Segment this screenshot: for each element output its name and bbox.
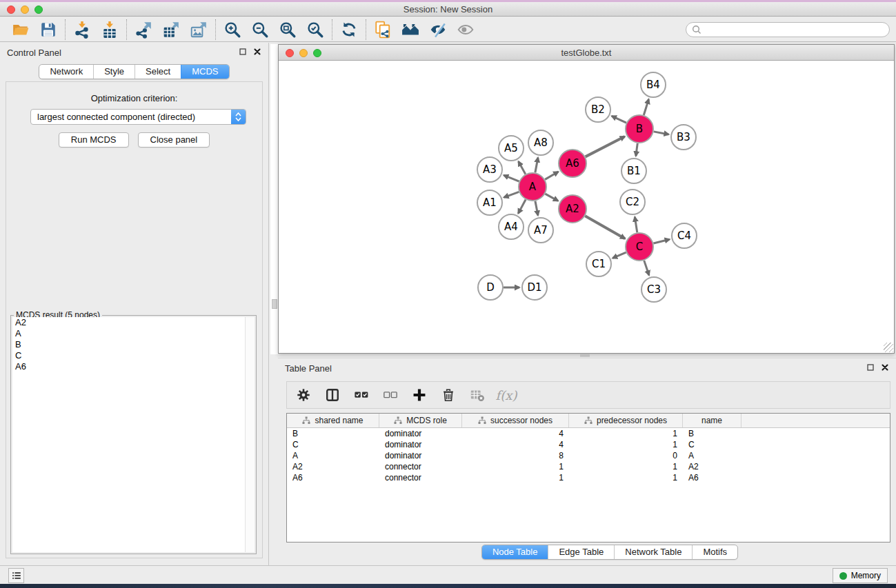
network-window-titlebar[interactable]: testGlobe.txt (279, 45, 894, 61)
main-toolbar (0, 17, 896, 42)
mcds-result-item[interactable]: B (12, 339, 245, 350)
column-header-MCDS-role[interactable]: MCDS role (379, 414, 462, 427)
column-visibility-button[interactable] (324, 387, 341, 403)
column-header-successor-nodes[interactable]: successor nodes (462, 414, 569, 427)
zoom-out-button[interactable] (250, 19, 270, 40)
edge-A-A2[interactable] (545, 194, 558, 201)
edge-A-A7[interactable] (535, 201, 538, 216)
export-table-button[interactable] (161, 19, 181, 40)
table-row[interactable]: Bdominator41B (287, 428, 890, 439)
deselect-all-button[interactable] (382, 387, 399, 403)
open-file-button[interactable] (10, 19, 31, 40)
edge-A2-C[interactable] (585, 216, 625, 239)
tab-mcds[interactable]: MCDS (181, 65, 228, 79)
network-graph[interactable]: AA1A3A5A8A6A4A7A2BB2B4B3B1CC2C4C1C3DD1 (279, 61, 894, 354)
close-table-panel-icon[interactable] (881, 363, 889, 372)
float-table-panel-icon[interactable] (866, 363, 875, 372)
desktop-vertical-scrollbar[interactable] (272, 299, 277, 309)
tab-edge-table[interactable]: Edge Table (548, 545, 614, 559)
resize-grip-icon[interactable] (884, 343, 893, 352)
edge-A-A4[interactable] (518, 200, 526, 214)
hide-panel-button[interactable] (428, 19, 448, 40)
zoom-window-icon[interactable] (34, 6, 43, 14)
column-header-name[interactable]: name (683, 414, 741, 427)
desktop-horizontal-scrollbar[interactable] (580, 354, 590, 357)
select-all-button[interactable] (353, 387, 370, 403)
run-mcds-button[interactable]: Run MCDS (59, 132, 129, 148)
import-network-button[interactable] (72, 19, 92, 40)
edge-A6-B[interactable] (586, 136, 625, 156)
mcds-result-item[interactable]: A (12, 328, 245, 339)
import-table-button[interactable] (99, 19, 120, 40)
node-label-A4: A4 (504, 221, 518, 233)
edge-B-B1[interactable] (636, 143, 637, 156)
node-label-A: A (529, 181, 537, 193)
refresh-icon (340, 21, 358, 39)
result-scrollbar[interactable] (246, 317, 255, 552)
network-snapshot-button[interactable] (372, 19, 393, 40)
tab-network-table[interactable]: Network Table (614, 545, 692, 559)
node-label-B3: B3 (677, 131, 690, 143)
minimize-window-icon[interactable] (21, 6, 29, 14)
zoom-selected-button[interactable] (305, 19, 326, 40)
edge-C-C3[interactable] (644, 261, 649, 275)
close-window-icon[interactable] (7, 6, 15, 14)
table-row[interactable]: Cdominator41C (287, 439, 890, 450)
close-panel-icon[interactable] (253, 48, 261, 56)
close-network-icon[interactable] (286, 49, 294, 57)
edge-A-A3[interactable] (504, 175, 519, 181)
edge-C-C1[interactable] (613, 252, 626, 258)
close-panel-button[interactable]: Close panel (138, 132, 210, 148)
search-input[interactable] (705, 25, 884, 34)
tab-style[interactable]: Style (93, 65, 135, 79)
edge-A-A6[interactable] (545, 172, 558, 179)
network-canvas[interactable]: AA1A3A5A8A6A4A7A2BB2B4B3B1CC2C4C1C3DD1 (279, 61, 894, 353)
mcds-result-list[interactable]: A2ABCA6 (12, 317, 246, 552)
save-session-button[interactable] (38, 19, 59, 40)
edge-B-B3[interactable] (654, 132, 669, 134)
mcds-result-item[interactable]: C (12, 350, 245, 361)
tab-motifs[interactable]: Motifs (692, 545, 737, 559)
home-button[interactable] (400, 19, 421, 40)
edge-A-A1[interactable] (504, 192, 519, 197)
edge-A-A5[interactable] (519, 161, 526, 174)
table-header-row[interactable]: shared nameMCDS rolesuccessor nodesprede… (287, 414, 890, 428)
float-panel-icon[interactable] (239, 48, 247, 56)
criterion-select[interactable]: largest connected component (directed) (30, 109, 246, 125)
zoom-network-icon[interactable] (313, 49, 321, 57)
column-header-shared-name[interactable]: shared name (287, 414, 379, 427)
table-cell: C (287, 440, 379, 449)
edge-B-B2[interactable] (612, 116, 626, 123)
export-network-button[interactable] (133, 19, 154, 40)
tab-select[interactable]: Select (135, 65, 181, 79)
show-eye-button[interactable] (455, 19, 476, 40)
memory-button[interactable]: Memory (833, 568, 888, 583)
column-label: shared name (315, 416, 363, 425)
zoom-fit-button[interactable] (277, 19, 298, 40)
edge-C-C4[interactable] (653, 239, 669, 243)
table-row[interactable]: Adominator80A (287, 450, 890, 461)
tab-network[interactable]: Network (39, 65, 93, 79)
network-snapshot-icon (374, 21, 392, 39)
table-row[interactable]: A2connector11A2 (287, 461, 890, 472)
mcds-result-item[interactable]: A2 (12, 317, 245, 328)
refresh-button[interactable] (339, 19, 359, 40)
add-column-button[interactable] (411, 387, 428, 403)
search-field[interactable] (686, 22, 890, 37)
minimize-network-icon[interactable] (299, 49, 308, 57)
delete-column-button[interactable] (440, 387, 457, 403)
mcds-result-item[interactable]: A6 (12, 361, 245, 372)
edge-B-B4[interactable] (644, 99, 648, 115)
table-row[interactable]: A6connector11A6 (287, 472, 890, 483)
edge-C-C2[interactable] (635, 217, 637, 233)
window-controls (7, 6, 43, 14)
column-header-predecessor-nodes[interactable]: predecessor nodes (569, 414, 683, 427)
zoom-in-button[interactable] (222, 19, 243, 40)
tab-node-table[interactable]: Node Table (482, 545, 548, 559)
node-table[interactable]: shared nameMCDS rolesuccessor nodesprede… (286, 413, 890, 543)
table-settings-button[interactable] (295, 387, 312, 403)
import-network-icon (73, 21, 91, 39)
task-history-button[interactable] (8, 568, 24, 583)
export-image-button[interactable] (188, 19, 209, 40)
edge-A-A8[interactable] (535, 158, 538, 173)
